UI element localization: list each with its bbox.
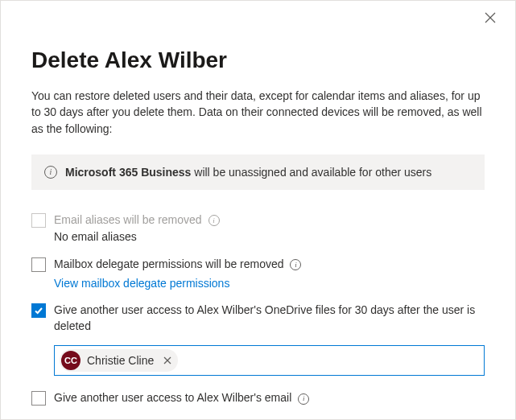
option-delegate-label: Mailbox delegate permissions will be rem…: [54, 257, 284, 270]
person-chip-name: Christie Cline: [87, 354, 154, 367]
license-product: Microsoft 365 Business: [65, 166, 191, 179]
info-icon[interactable]: i: [298, 393, 309, 405]
checkbox-delegate[interactable]: [31, 257, 46, 272]
view-delegate-link[interactable]: View mailbox delegate permissions: [54, 276, 229, 292]
onedrive-user-picker[interactable]: CC Christie Cline: [54, 345, 485, 376]
close-button[interactable]: [485, 12, 501, 28]
intro-text: You can restore deleted users and their …: [31, 88, 485, 137]
license-notice-text: Microsoft 365 Business will be unassigne…: [65, 166, 431, 179]
option-email-aliases: Email aliases will be removed i No email…: [31, 212, 485, 245]
option-onedrive-label: Give another user access to Alex Wilber'…: [54, 303, 475, 332]
info-icon: i: [44, 166, 57, 179]
option-delegate: Mailbox delegate permissions will be rem…: [31, 257, 485, 291]
delete-user-panel: Delete Alex Wilber You can restore delet…: [0, 0, 516, 420]
avatar: CC: [61, 351, 80, 370]
remove-chip-button[interactable]: [162, 355, 173, 366]
license-notice: i Microsoft 365 Business will be unassig…: [31, 154, 485, 190]
panel-title: Delete Alex Wilber: [31, 47, 485, 73]
info-icon[interactable]: i: [290, 259, 301, 270]
person-chip: CC Christie Cline: [60, 349, 178, 372]
info-icon[interactable]: i: [208, 215, 220, 226]
option-email-access: Give another user access to Alex Wilber'…: [31, 390, 485, 406]
checkbox-email-aliases: [31, 213, 46, 228]
option-email-aliases-label: Email aliases will be removed: [54, 213, 202, 226]
checkbox-onedrive-access[interactable]: [31, 303, 46, 318]
option-email-access-label: Give another user access to Alex Wilber'…: [54, 391, 291, 404]
option-email-aliases-sub: No email aliases: [54, 229, 485, 245]
option-onedrive-access: Give another user access to Alex Wilber'…: [31, 303, 485, 334]
checkbox-email-access[interactable]: [31, 391, 46, 406]
license-suffix: will be unassigned and available for oth…: [191, 166, 431, 179]
